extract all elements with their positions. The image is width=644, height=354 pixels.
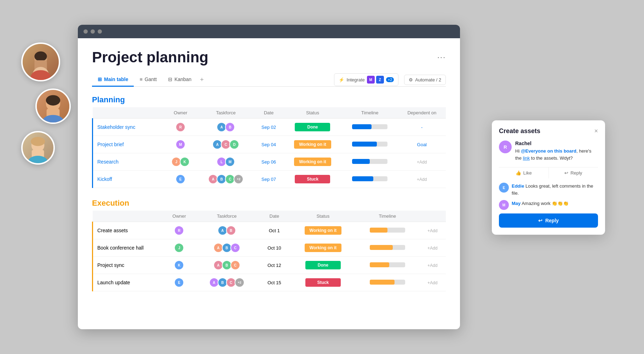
avatar: M bbox=[176, 139, 185, 149]
avatar: C bbox=[230, 243, 240, 253]
taskforce-cell: A B C bbox=[195, 257, 258, 274]
add-dependent[interactable]: +Add bbox=[417, 160, 427, 165]
add-extra[interactable]: +Add bbox=[427, 246, 437, 251]
add-extra[interactable]: +Add bbox=[427, 263, 437, 268]
owner-cell: K bbox=[163, 257, 195, 274]
close-panel-button[interactable]: × bbox=[594, 127, 598, 135]
taskforce-cell: L M bbox=[198, 153, 254, 171]
add-dependent[interactable]: +Add bbox=[417, 177, 427, 182]
taskforce-cell: A C D bbox=[198, 136, 254, 153]
taskforce-cell: A B C bbox=[195, 239, 258, 257]
col-timeline: Timeline bbox=[342, 107, 398, 119]
timeline-cell bbox=[356, 257, 419, 274]
avatar: K bbox=[180, 157, 190, 167]
table-row[interactable]: Create assets R A B Oct 1 bbox=[93, 222, 446, 239]
table-row[interactable]: Project sync K A B C bbox=[93, 257, 446, 274]
floating-avatars bbox=[21, 42, 71, 165]
svg-point-2 bbox=[34, 51, 47, 61]
main-comment: R Rachel Hi @Everyone on this board, her… bbox=[499, 141, 598, 161]
monday-icon: M bbox=[367, 76, 375, 84]
owner-cell: E bbox=[163, 274, 195, 291]
tab-gantt[interactable]: ≡ Gantt bbox=[134, 73, 162, 87]
svg-point-11 bbox=[31, 137, 45, 146]
integration-icons: M Z bbox=[367, 76, 384, 84]
status-badge: Working on it bbox=[305, 226, 341, 235]
col-owner: Owner bbox=[163, 107, 198, 119]
col-owner: Owner bbox=[163, 211, 195, 222]
status-cell: Working on it bbox=[290, 222, 356, 239]
integrate-icon: ⚡ bbox=[339, 77, 344, 82]
table-row[interactable]: Kickoff E A B C +2 bbox=[93, 171, 446, 188]
panel-title: Create assets bbox=[499, 127, 540, 135]
integrate-count: +2 bbox=[386, 77, 394, 82]
col-timeline: Timeline bbox=[356, 211, 419, 222]
date-cell: Sep 04 bbox=[254, 136, 284, 153]
timeline-cell bbox=[356, 239, 419, 257]
col-extra bbox=[419, 211, 446, 222]
add-extra[interactable]: +Add bbox=[427, 228, 437, 233]
tab-gantt-label: Gantt bbox=[145, 76, 157, 82]
automate-button[interactable]: ⚙ Automate / 2 bbox=[404, 75, 446, 85]
more-options-button[interactable]: ··· bbox=[437, 53, 446, 62]
page-title: Project planning bbox=[92, 49, 208, 66]
col-task bbox=[93, 107, 163, 119]
kanban-icon: ⊟ bbox=[168, 76, 172, 82]
task-name: Research bbox=[93, 153, 163, 171]
execution-table: Owner Taskforce Date Status Timeline Cre… bbox=[92, 211, 446, 291]
col-taskforce: Taskforce bbox=[198, 107, 254, 119]
reply-icon: ↩ bbox=[564, 170, 568, 176]
floating-avatar-3 bbox=[21, 131, 55, 165]
table-row[interactable]: Research J K L M bbox=[93, 153, 446, 171]
timeline-cell bbox=[342, 136, 398, 153]
svg-point-9 bbox=[43, 115, 64, 124]
table-row[interactable]: Book conference hall J A B C bbox=[93, 239, 446, 257]
table-row[interactable]: Stakeholder sync R A B Sep 0 bbox=[93, 119, 446, 136]
floating-avatar-2 bbox=[35, 88, 71, 124]
taskforce-cell: A B bbox=[198, 119, 254, 136]
date-cell: Sep 06 bbox=[254, 153, 284, 171]
assets-link[interactable]: link bbox=[523, 155, 530, 161]
status-badge: Working on it bbox=[294, 158, 331, 166]
timeline-cell bbox=[356, 222, 419, 239]
avatar: R bbox=[176, 122, 185, 132]
table-row[interactable]: Project brief M A C D bbox=[93, 136, 446, 153]
task-name: Kickoff bbox=[93, 171, 163, 188]
traffic-light-1[interactable] bbox=[84, 29, 88, 34]
traffic-light-3[interactable] bbox=[98, 29, 102, 34]
reply-avatar-eddie: E bbox=[499, 183, 509, 193]
status-badge: Stuck bbox=[305, 278, 341, 287]
integrate-button[interactable]: ⚡ Integrate M Z +2 bbox=[334, 73, 398, 86]
avatar: J bbox=[174, 243, 184, 253]
dependent-cell: +Add bbox=[398, 171, 446, 188]
main-window: Project planning ··· ⊞ Main table ≡ Gant… bbox=[78, 25, 460, 329]
taskforce-cell: A B C +2 bbox=[198, 171, 254, 188]
add-tab-button[interactable]: + bbox=[197, 76, 207, 84]
add-extra[interactable]: +Add bbox=[427, 280, 437, 285]
reply-action-button[interactable]: ↩ Reply bbox=[549, 167, 598, 178]
planning-section: Planning Owner Taskforce Date Status Tim… bbox=[92, 95, 446, 188]
date-cell: Oct 15 bbox=[258, 274, 290, 291]
timeline-cell bbox=[356, 274, 419, 291]
reply-button[interactable]: ↩ Reply bbox=[499, 213, 598, 228]
tab-main-table[interactable]: ⊞ Main table bbox=[92, 73, 134, 87]
extra-cell: +Add bbox=[419, 222, 446, 239]
reply-author-eddie: Eddie bbox=[512, 183, 524, 189]
zoom-icon: Z bbox=[376, 76, 384, 84]
window-content: Project planning ··· ⊞ Main table ≡ Gant… bbox=[78, 38, 460, 329]
owner-cell: E bbox=[163, 171, 198, 188]
status-cell: Done bbox=[283, 119, 342, 136]
table-row[interactable]: Launch update E A B C +2 bbox=[93, 274, 446, 291]
svg-point-7 bbox=[46, 95, 60, 105]
tabs-bar: ⊞ Main table ≡ Gantt ⊟ Kanban + ⚡ Integr… bbox=[92, 73, 446, 87]
avatar: D bbox=[229, 139, 239, 149]
timeline-cell bbox=[342, 119, 398, 136]
col-task bbox=[93, 211, 163, 222]
avatar: C bbox=[230, 260, 240, 270]
tab-kanban[interactable]: ⊟ Kanban bbox=[162, 73, 197, 87]
status-cell: Working on it bbox=[283, 136, 342, 153]
traffic-light-2[interactable] bbox=[91, 29, 95, 34]
like-button[interactable]: 👍 Like bbox=[499, 167, 549, 178]
task-name: Launch update bbox=[93, 274, 163, 291]
owner-cell: J bbox=[163, 239, 195, 257]
avatar: K bbox=[174, 260, 184, 270]
